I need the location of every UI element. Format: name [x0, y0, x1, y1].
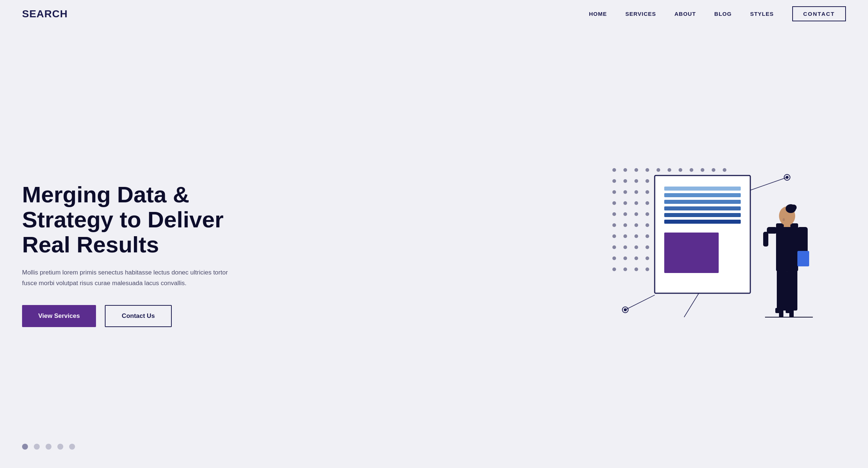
svg-rect-111 — [664, 187, 741, 191]
svg-rect-117 — [664, 233, 719, 273]
hero-illustration-svg — [596, 155, 846, 347]
view-services-button[interactable]: View Services — [22, 305, 96, 327]
nav-contact[interactable]: CONTACT — [792, 6, 846, 21]
hero-illustration — [596, 155, 846, 347]
svg-point-120 — [786, 176, 789, 179]
nav-blog[interactable]: BLOG — [714, 11, 732, 17]
svg-line-118 — [750, 177, 787, 190]
svg-rect-134 — [777, 270, 787, 311]
svg-point-128 — [791, 205, 797, 210]
svg-rect-133 — [763, 232, 768, 247]
hero-content: Merging Data & Strategy to Deliver Real … — [22, 175, 250, 327]
svg-rect-139 — [789, 311, 794, 317]
pagination-dot-4[interactable] — [57, 444, 63, 450]
nav-links: HOME SERVICES ABOUT BLOG STYLES CONTACT — [589, 11, 846, 17]
hero-description: Mollis pretium lorem primis senectus hab… — [22, 267, 228, 289]
nav-about[interactable]: ABOUT — [675, 11, 696, 17]
brand-logo[interactable]: SEARCH — [22, 8, 68, 20]
svg-point-141 — [783, 218, 785, 221]
hero-buttons: View Services Contact Us — [22, 305, 250, 327]
svg-point-123 — [624, 308, 627, 311]
nav-services[interactable]: SERVICES — [625, 11, 656, 17]
pagination-dot-3[interactable] — [46, 444, 51, 450]
svg-rect-113 — [664, 200, 741, 204]
svg-rect-116 — [664, 220, 741, 224]
svg-rect-137 — [779, 311, 783, 317]
svg-rect-135 — [787, 270, 797, 311]
nav-home[interactable]: HOME — [589, 11, 607, 17]
svg-line-124 — [684, 293, 699, 317]
pagination-dots — [0, 433, 97, 461]
navbar: SEARCH HOME SERVICES ABOUT BLOG STYLES C… — [0, 0, 868, 28]
pagination-dot-2[interactable] — [34, 444, 40, 450]
svg-rect-125 — [776, 223, 798, 271]
hero-section: Merging Data & Strategy to Deliver Real … — [0, 28, 868, 467]
svg-rect-130 — [767, 227, 777, 234]
svg-rect-129 — [784, 223, 790, 227]
svg-rect-115 — [664, 213, 741, 217]
svg-rect-114 — [664, 206, 741, 210]
contact-us-button[interactable]: Contact Us — [105, 305, 172, 327]
pagination-dot-1[interactable] — [22, 444, 28, 450]
svg-rect-132 — [797, 251, 809, 266]
svg-rect-112 — [664, 193, 741, 197]
svg-line-121 — [625, 295, 655, 310]
hero-title: Merging Data & Strategy to Deliver Real … — [22, 182, 250, 258]
nav-styles[interactable]: STYLES — [750, 11, 773, 17]
pagination-dot-5[interactable] — [69, 444, 75, 450]
